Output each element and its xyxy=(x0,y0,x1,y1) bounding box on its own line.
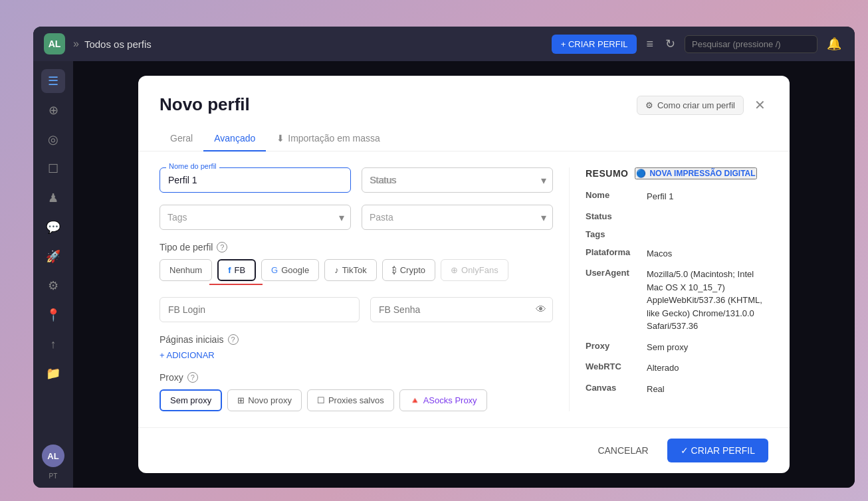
proxy-btn-sem-proxy[interactable]: Sem proxy xyxy=(160,389,222,411)
resumo-key-nome: Nome xyxy=(586,190,639,200)
status-select[interactable]: Status xyxy=(362,167,553,193)
tags-select[interactable] xyxy=(160,205,351,230)
type-btn-onlyfans[interactable]: ⊕ OnlyFans xyxy=(441,259,508,281)
resumo-row-plataforma: Plataforma Macos xyxy=(586,247,768,260)
sidebar-item-export[interactable]: ↑ xyxy=(41,332,65,356)
download-icon: ⬇ xyxy=(276,133,284,144)
sidebar-item-location[interactable]: 📍 xyxy=(41,303,65,327)
sidebar-item-rocket[interactable]: 🚀 xyxy=(41,245,65,268)
form-row-1: Nome do perfil Status ▾ Status xyxy=(160,167,553,193)
tiktok-icon: ♪ xyxy=(334,265,339,275)
modal-overlay: Novo perfil ⚙ Como criar um perfil ✕ Ger… xyxy=(73,61,855,488)
lang-badge: PT xyxy=(49,472,58,480)
profile-type-buttons: Nenhum f FB G Google xyxy=(160,259,553,281)
pasta-select[interactable] xyxy=(362,205,553,230)
profile-name-label: Nome do perfil xyxy=(166,162,219,170)
form-row-2: ▾ Tags ▾ Pasta xyxy=(160,205,553,230)
onlyfans-icon: ⊕ xyxy=(451,265,458,275)
resumo-row-proxy: Proxy Sem proxy xyxy=(586,341,768,354)
type-btn-tiktok[interactable]: ♪ TikTok xyxy=(324,259,377,281)
avatar[interactable]: AL xyxy=(42,445,64,467)
notification-icon[interactable]: 🔔 xyxy=(824,34,844,54)
tab-importacao[interactable]: ⬇ Importação em massa xyxy=(266,126,391,151)
sidebar-item-settings[interactable]: ⚙ xyxy=(41,274,65,298)
paginas-iniciais-section: Páginas iniciais ? + ADICIONAR xyxy=(160,334,553,360)
profile-type-label: Tipo de perfil ? xyxy=(160,242,553,252)
pasta-group: ▾ Pasta xyxy=(362,205,553,230)
nova-impressao-button[interactable]: 🔵 NOVA IMPRESSÃO DIGITAL xyxy=(635,167,756,179)
fb-senha-wrapper: 👁 xyxy=(370,297,553,322)
sidebar-item-activity[interactable]: ◎ xyxy=(41,128,65,151)
tab-avancado[interactable]: Avançado xyxy=(203,126,266,151)
proxy-section: Proxy ? Sem proxy ⊞ Novo proxy xyxy=(160,372,553,411)
proxy-btn-asocks[interactable]: 🔺 ASocks Proxy xyxy=(399,389,487,411)
sidebar-item-profiles[interactable]: ☰ xyxy=(41,69,65,93)
app-logo: AL xyxy=(44,33,65,54)
resumo-value-canvas: Real xyxy=(647,383,768,396)
app-body: ☰ ⊕ ◎ ☐ ♟ 💬 🚀 ⚙ 📍 ↑ 📁 AL PT Novo xyxy=(33,61,855,488)
profile-name-input[interactable] xyxy=(160,167,351,193)
resumo-row-canvas: Canvas Real xyxy=(586,383,768,396)
saved-proxy-icon: ☐ xyxy=(317,395,325,405)
topbar-actions: + CRIAR PERFIL ≡ ↻ Pesquisar (pressione … xyxy=(552,34,844,54)
profile-name-group: Nome do perfil xyxy=(160,167,351,193)
close-button[interactable]: ✕ xyxy=(752,94,768,116)
cancel-button[interactable]: CANCELAR xyxy=(587,440,659,461)
search-input[interactable]: Pesquisar (pressione /) xyxy=(685,35,817,53)
paginas-help-icon: ? xyxy=(228,334,239,345)
resumo-table: Nome Perfil 1 Status Tags xyxy=(586,190,768,395)
tags-group: ▾ Tags xyxy=(160,205,351,230)
asocks-icon: 🔺 xyxy=(409,395,420,405)
filter-icon[interactable]: ≡ xyxy=(643,35,656,54)
gear-icon: ⚙ xyxy=(645,100,653,110)
resumo-key-status: Status xyxy=(586,211,639,221)
resumo-value-nome: Perfil 1 xyxy=(647,190,768,203)
type-btn-google[interactable]: G Google xyxy=(261,259,319,281)
proxy-label: Proxy ? xyxy=(160,372,553,383)
resumo-key-plataforma: Plataforma xyxy=(586,247,639,257)
modal-body: Nome do perfil Status ▾ Status xyxy=(138,151,790,427)
refresh-icon[interactable]: ↻ xyxy=(663,34,678,54)
fb-senha-input[interactable] xyxy=(370,297,553,322)
modal: Novo perfil ⚙ Como criar um perfil ✕ Ger… xyxy=(138,76,790,473)
proxy-btn-novo-proxy[interactable]: ⊞ Novo proxy xyxy=(227,389,302,411)
sidebar-item-chat[interactable]: 💬 xyxy=(41,215,65,239)
add-link[interactable]: + ADICIONAR xyxy=(160,350,553,360)
type-btn-fb[interactable]: f FB xyxy=(217,259,256,281)
criar-perfil-button[interactable]: + CRIAR PERFIL xyxy=(552,35,637,54)
criar-perfil-modal-button[interactable]: ✓ CRIAR PERFIL xyxy=(667,439,768,462)
status-group: Status ▾ Status xyxy=(362,167,553,193)
sidebar-item-messages[interactable]: ☐ xyxy=(41,157,65,181)
proxy-btn-proxies-salvos[interactable]: ☐ Proxies salvos xyxy=(307,389,394,411)
type-btn-crypto[interactable]: ₿ Crypto xyxy=(382,259,435,281)
resumo-key-useragent: UserAgent xyxy=(586,268,639,278)
modal-title: Novo perfil xyxy=(160,94,250,115)
resumo-row-nome: Nome Perfil 1 xyxy=(586,190,768,203)
modal-header-right: ⚙ Como criar um perfil ✕ xyxy=(637,94,768,116)
modal-footer: CANCELAR ✓ CRIAR PERFIL xyxy=(138,427,790,473)
sidebar: ☰ ⊕ ◎ ☐ ♟ 💬 🚀 ⚙ 📍 ↑ 📁 AL PT xyxy=(33,61,73,488)
sidebar-item-files[interactable]: 📁 xyxy=(41,361,65,385)
resumo-title: RESUMO xyxy=(586,168,628,179)
profile-type-section: Tipo de perfil ? Nenhum f FB xyxy=(160,242,553,285)
sidebar-item-users[interactable]: ♟ xyxy=(41,186,65,210)
fb-login-input[interactable] xyxy=(160,297,360,322)
login-row: 👁 xyxy=(160,297,553,322)
modal-resumo: RESUMO 🔵 NOVA IMPRESSÃO DIGITAL Nome Per… xyxy=(569,167,768,411)
resumo-value-plataforma: Macos xyxy=(647,247,768,260)
resumo-row-webrtc: WebRTC Alterado xyxy=(586,361,768,375)
paginas-iniciais-label: Páginas iniciais ? xyxy=(160,334,553,345)
resumo-key-webrtc: WebRTC xyxy=(586,361,639,371)
type-btn-nenhum[interactable]: Nenhum xyxy=(160,259,212,281)
fb-icon: f xyxy=(228,265,231,275)
sidebar-item-links[interactable]: ⊕ xyxy=(41,98,65,122)
eye-icon[interactable]: 👁 xyxy=(536,304,546,316)
tab-geral[interactable]: Geral xyxy=(160,126,203,151)
resumo-row-status: Status xyxy=(586,211,768,221)
main-content: Novo perfil ⚙ Como criar um perfil ✕ Ger… xyxy=(73,61,855,488)
how-to-button[interactable]: ⚙ Como criar um perfil xyxy=(637,96,744,115)
modal-tabs: Geral Avançado ⬇ Importação em massa xyxy=(138,116,790,151)
resumo-row-tags: Tags xyxy=(586,229,768,239)
sidebar-bottom: AL PT xyxy=(42,445,64,480)
proxy-help-icon: ? xyxy=(187,372,198,383)
